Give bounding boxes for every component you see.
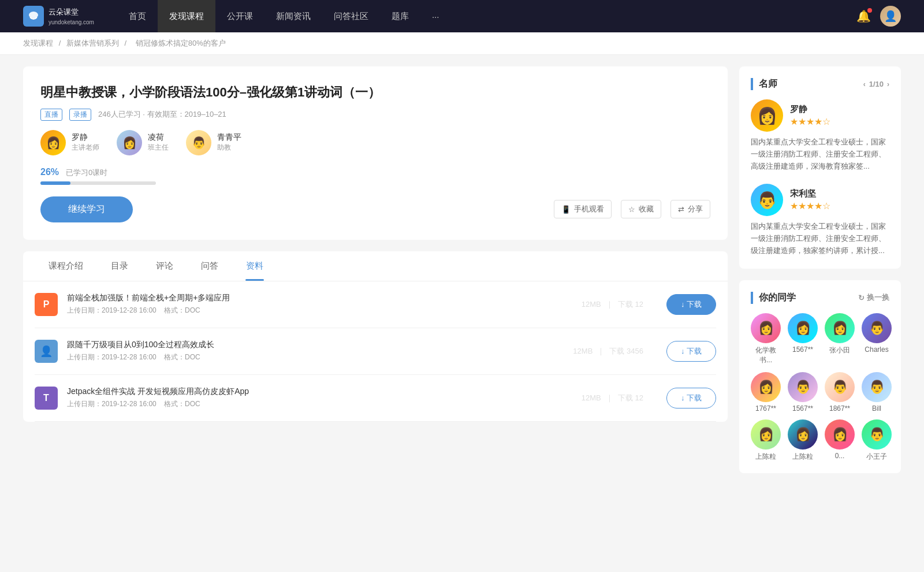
teacher-0-role: 主讲老师 — [72, 143, 99, 153]
classmate-0-name: 化学教书... — [751, 346, 781, 365]
classmate-11-name: 小王子 — [866, 452, 887, 462]
tab-qa[interactable]: 问答 — [187, 251, 232, 281]
right-sidebar: 名师 ‹ 1/10 › 👩 罗静 ★★★★☆ 国内某重点大学安全工程专业硕士，国… — [739, 66, 901, 485]
resource-name-2: Jetpack全组件实战 开发短视频应用高仿皮皮虾App — [67, 387, 558, 397]
progress-sub: 已学习0课时 — [66, 168, 107, 177]
share-button[interactable]: ⇄ 分享 — [670, 200, 710, 218]
teachers-pagination: ‹ 1/10 › — [863, 80, 889, 88]
resource-list: P 前端全栈加强版！前端全栈+全周期+多端应用 上传日期：2019-12-28 … — [23, 281, 728, 422]
nav-home[interactable]: 首页 — [117, 0, 158, 32]
tab-directory[interactable]: 目录 — [97, 251, 142, 281]
breadcrumb-item-0[interactable]: 发现课程 — [23, 39, 53, 47]
teacher-0: 👩 罗静 主讲老师 — [40, 130, 99, 155]
sidebar-teacher-1-desc: 国内某重点大学安全工程专业硕士，国家一级注册消防工程师、注册安全工程师、级注册建… — [751, 221, 889, 257]
resource-icon-0: P — [35, 293, 58, 316]
resource-details-2: Jetpack全组件实战 开发短视频应用高仿皮皮虾App 上传日期：2019-1… — [67, 387, 558, 409]
classmate-5-name: 1567** — [792, 404, 813, 413]
sidebar-teacher-0: 👩 罗静 ★★★★☆ 国内某重点大学安全工程专业硕士，国家一级注册消防工程师、注… — [751, 99, 889, 172]
progress-bar-bg — [40, 181, 156, 185]
classmate-4[interactable]: 👩 1767** — [751, 372, 781, 413]
action-buttons: 📱 手机观看 ☆ 收藏 ⇄ 分享 — [554, 200, 710, 218]
logo[interactable]: 云朵课堂yundoketang.com — [23, 6, 94, 27]
classmate-5[interactable]: 👨 1567** — [788, 372, 818, 413]
classmate-3[interactable]: 👨 Charles — [862, 313, 892, 365]
sidebar-teacher-1-avatar: 👨 — [751, 184, 783, 216]
classmate-8-name: 上陈粒 — [755, 452, 776, 462]
download-button-0[interactable]: ↓ 下载 — [666, 294, 716, 315]
classmate-1[interactable]: 👩 1567** — [788, 313, 818, 365]
badge-live: 直播 — [40, 109, 62, 121]
breadcrumb-item-2: 销冠修炼术搞定80%的客户 — [136, 39, 226, 47]
collect-button[interactable]: ☆ 收藏 — [621, 200, 661, 218]
classmate-7-avatar: 👨 — [862, 372, 892, 402]
classmate-7[interactable]: 👨 Bill — [862, 372, 892, 413]
nav-discover[interactable]: 发现课程 — [158, 0, 215, 32]
header: 云朵课堂yundoketang.com 首页 发现课程 公开课 新闻资讯 问答社… — [0, 0, 924, 32]
classmate-10[interactable]: 👩 0... — [825, 419, 855, 462]
star-icon: ☆ — [628, 205, 635, 214]
teacher-1-avatar: 👩 — [117, 130, 142, 155]
resource-meta-2: 上传日期：2019-12-28 16:00 格式：DOC — [67, 399, 558, 409]
refresh-classmates-btn[interactable]: ↻ 换一换 — [858, 292, 889, 303]
classmates-sidebar-card: 你的同学 ↻ 换一换 👩 化学教书... 👩 1567** 👩 张小田 — [739, 280, 901, 473]
classmate-2-name: 张小田 — [829, 346, 850, 355]
classmate-7-name: Bill — [872, 404, 881, 413]
course-title: 明星中教授课，小学阶段语法100分–强化级第1讲动词（一） — [40, 84, 710, 102]
teachers-section-title: 名师 ‹ 1/10 › — [751, 78, 889, 90]
resource-meta-1: 上传日期：2019-12-28 16:00 格式：DOC — [67, 352, 550, 362]
classmate-10-name: 0... — [835, 452, 845, 460]
teachers-sidebar-card: 名师 ‹ 1/10 › 👩 罗静 ★★★★☆ 国内某重点大学安全工程专业硕士，国… — [739, 66, 901, 269]
nav-exam[interactable]: 题库 — [380, 0, 420, 32]
resource-stats-1: 12MB ｜ 下载 3456 — [573, 346, 643, 356]
classmate-10-avatar: 👩 — [825, 419, 855, 450]
classmate-9-avatar: 👩 — [788, 419, 818, 450]
classmate-3-name: Charles — [865, 346, 888, 354]
notification-dot — [867, 8, 872, 13]
nav-open[interactable]: 公开课 — [215, 0, 264, 32]
teacher-2-role: 助教 — [217, 143, 241, 153]
tabs-header: 课程介绍 目录 评论 问答 资料 — [23, 251, 728, 281]
classmate-1-avatar: 👩 — [788, 313, 818, 343]
next-teacher-btn[interactable]: › — [887, 80, 889, 88]
left-content: 明星中教授课，小学阶段语法100分–强化级第1讲动词（一） 直播 录播 246人… — [23, 66, 728, 485]
classmate-6[interactable]: 👨 1867** — [825, 372, 855, 413]
download-button-2[interactable]: ↓ 下载 — [666, 388, 716, 408]
resource-name-1: 跟随千万级项目从0到100全过程高效成长 — [67, 340, 550, 350]
classmate-0[interactable]: 👩 化学教书... — [751, 313, 781, 365]
tab-intro[interactable]: 课程介绍 — [35, 251, 97, 281]
breadcrumb-item-1[interactable]: 新媒体营销系列 — [66, 39, 119, 47]
download-button-1[interactable]: ↓ 下载 — [666, 341, 716, 362]
classmate-9[interactable]: 👩 上陈粒 — [788, 419, 818, 462]
progress-bar-fill — [40, 181, 70, 185]
refresh-icon: ↻ — [858, 294, 865, 302]
resource-icon-2: T — [35, 387, 58, 410]
phone-icon: 📱 — [561, 205, 571, 214]
classmate-8-avatar: 👩 — [751, 419, 781, 450]
course-card: 明星中教授课，小学阶段语法100分–强化级第1讲动词（一） 直播 录播 246人… — [23, 66, 728, 240]
classmate-11[interactable]: 👨 小王子 — [862, 419, 892, 462]
tab-comments[interactable]: 评论 — [142, 251, 187, 281]
classmate-2[interactable]: 👩 张小田 — [825, 313, 855, 365]
mobile-watch-button[interactable]: 📱 手机观看 — [554, 200, 612, 218]
classmate-5-avatar: 👨 — [788, 372, 818, 402]
nav-news[interactable]: 新闻资讯 — [264, 0, 322, 32]
user-avatar[interactable]: 👤 — [880, 6, 901, 27]
classmate-0-avatar: 👩 — [751, 313, 781, 343]
teacher-2-avatar: 👨 — [186, 130, 211, 155]
breadcrumb: 发现课程 / 新媒体营销系列 / 销冠修炼术搞定80%的客户 — [0, 32, 924, 55]
sidebar-teacher-0-avatar: 👩 — [751, 99, 783, 132]
classmate-11-avatar: 👨 — [862, 419, 892, 450]
tab-resources[interactable]: 资料 — [232, 251, 277, 281]
teacher-1: 👩 凌荷 班主任 — [117, 130, 169, 155]
prev-teacher-btn[interactable]: ‹ — [863, 80, 866, 88]
continue-button[interactable]: 继续学习 — [40, 196, 133, 222]
teacher-1-name: 凌荷 — [148, 132, 169, 143]
teacher-2: 👨 青青平 助教 — [186, 130, 241, 155]
notification-bell[interactable]: 🔔 — [856, 9, 871, 23]
resource-item-1: 👤 跟随千万级项目从0到100全过程高效成长 上传日期：2019-12-28 1… — [35, 328, 716, 375]
progress-section: 26% 已学习0课时 — [40, 167, 710, 185]
resource-details-0: 前端全栈加强版！前端全栈+全周期+多端应用 上传日期：2019-12-28 16… — [67, 293, 558, 315]
nav-qa[interactable]: 问答社区 — [322, 0, 380, 32]
classmate-8[interactable]: 👩 上陈粒 — [751, 419, 781, 462]
nav-more[interactable]: ··· — [420, 0, 451, 32]
